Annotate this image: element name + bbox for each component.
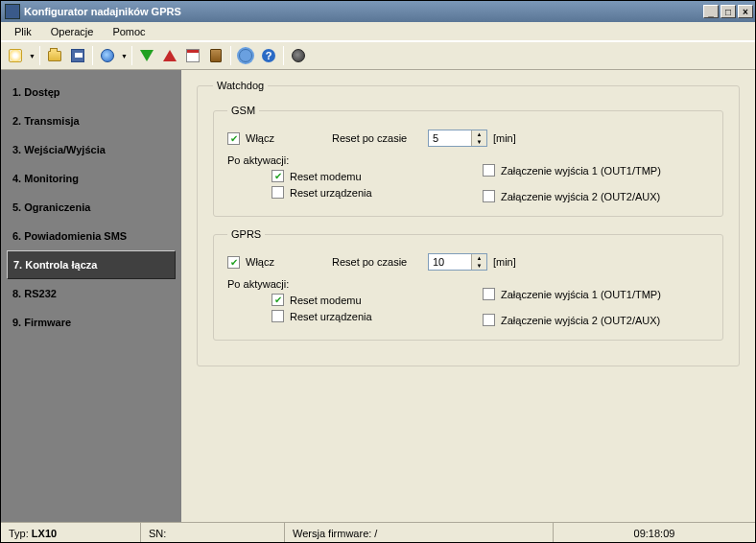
sidebar-item-monitoring[interactable]: 4. Monitoring <box>1 164 181 193</box>
gsm-enable-checkbox[interactable] <box>227 132 240 145</box>
gsm-unit: [min] <box>493 132 516 144</box>
status-type-label: Typ: <box>9 528 29 539</box>
settings-button[interactable] <box>235 45 256 66</box>
separator <box>230 46 231 65</box>
gsm-out2-label: Załączenie wyjścia 2 (OUT2/AUX) <box>501 191 660 202</box>
gsm-out1-label: Załączenie wyjścia 1 (OUT1/TMP) <box>501 165 661 177</box>
menu-operations[interactable]: Operacje <box>41 24 104 39</box>
watchdog-group: Watchdog GSM Włącz Reset po czasie ▲▼ [m… <box>197 80 740 366</box>
gsm-reset-modem-checkbox[interactable] <box>272 170 284 182</box>
statusbar: Typ: LX10 SN: Wersja firmware: / 09:18:0… <box>1 522 755 543</box>
sidebar: 1. Dostęp 2. Transmisja 3. Wejścia/Wyjśc… <box>1 70 181 522</box>
gprs-reset-time-input[interactable] <box>429 254 471 270</box>
status-sn: SN: <box>141 523 285 543</box>
gsm-reset-device-label: Reset urządzenia <box>290 187 372 199</box>
gprs-reset-device-checkbox[interactable] <box>272 310 284 322</box>
gprs-unit: [min] <box>493 256 516 268</box>
gsm-group: GSM Włącz Reset po czasie ▲▼ [min] Po ak… <box>213 105 723 217</box>
sidebar-item-access[interactable]: 1. Dostęp <box>1 78 181 106</box>
upload-button[interactable] <box>159 45 180 66</box>
arrow-up-icon <box>163 50 177 61</box>
globe-button[interactable] <box>97 45 118 66</box>
spinner-down-icon[interactable]: ▼ <box>471 262 486 270</box>
save-icon <box>71 49 84 62</box>
status-type-value: LX10 <box>32 528 57 539</box>
save-button[interactable] <box>67 45 88 66</box>
sidebar-item-io[interactable]: 3. Wejścia/Wyjścia <box>1 135 181 164</box>
separator <box>39 46 40 65</box>
gsm-reset-device-checkbox[interactable] <box>272 186 284 199</box>
spinner-down-icon[interactable]: ▼ <box>471 138 486 146</box>
help-button[interactable]: ? <box>258 45 279 66</box>
minimize-button[interactable]: _ <box>703 5 719 18</box>
gprs-legend: GPRS <box>227 228 265 240</box>
gsm-reset-modem-label: Reset modemu <box>290 171 362 182</box>
sidebar-item-link-control[interactable]: 7. Kontrola łącza <box>7 250 176 279</box>
separator <box>131 46 132 65</box>
gprs-reset-device-label: Reset urządzenia <box>290 311 372 322</box>
gprs-reset-after-label: Reset po czasie <box>332 256 428 268</box>
record-icon <box>292 49 305 62</box>
gsm-out1-checkbox[interactable] <box>483 164 495 177</box>
globe-icon <box>101 49 114 62</box>
app-icon <box>5 4 20 19</box>
spinner-up-icon[interactable]: ▲ <box>471 130 486 138</box>
gsm-legend: GSM <box>227 105 259 116</box>
status-sn-label: SN: <box>149 528 166 539</box>
arrow-down-icon <box>140 50 154 61</box>
separator <box>92 46 93 65</box>
gprs-enable-label: Włącz <box>246 256 274 268</box>
main-panel: Watchdog GSM Włącz Reset po czasie ▲▼ [m… <box>181 70 755 522</box>
toolbar: ▼ ▼ ? <box>1 41 755 70</box>
calendar-icon <box>186 49 200 62</box>
new-dropdown-icon[interactable]: ▼ <box>29 53 35 59</box>
new-icon <box>9 49 22 62</box>
globe-dropdown-icon[interactable]: ▼ <box>121 53 128 59</box>
status-type: Typ: LX10 <box>1 523 141 543</box>
gprs-reset-time-spinner[interactable]: ▲▼ <box>428 253 487 271</box>
gsm-enable-label: Włącz <box>246 132 274 144</box>
gsm-reset-after-label: Reset po czasie <box>332 132 428 144</box>
open-icon <box>48 51 61 61</box>
watchdog-legend: Watchdog <box>213 80 268 91</box>
window-title: Konfigurator nadajników GPRS <box>24 6 701 17</box>
separator <box>283 46 284 65</box>
sidebar-item-limits[interactable]: 5. Ograniczenia <box>1 193 181 222</box>
menubar: Plik Operacje Pomoc <box>1 22 755 41</box>
gprs-reset-modem-checkbox[interactable] <box>272 294 284 306</box>
gprs-out1-checkbox[interactable] <box>483 288 495 300</box>
download-button[interactable] <box>136 45 157 66</box>
gprs-enable-checkbox[interactable] <box>227 256 240 269</box>
status-fw-label: Wersja firmware: / <box>293 528 377 539</box>
help-icon: ? <box>262 49 275 62</box>
gear-icon <box>239 49 252 62</box>
sidebar-item-transmission[interactable]: 2. Transmisja <box>1 106 181 135</box>
status-firmware: Wersja firmware: / <box>285 523 554 543</box>
menu-help[interactable]: Pomoc <box>103 24 154 39</box>
menu-file[interactable]: Plik <box>5 24 41 39</box>
gsm-out2-checkbox[interactable] <box>483 190 495 202</box>
gprs-reset-modem-label: Reset modemu <box>290 295 362 306</box>
log-button[interactable] <box>205 45 226 66</box>
gprs-group: GPRS Włącz Reset po czasie ▲▼ [min] Po a… <box>213 228 723 341</box>
titlebar: Konfigurator nadajników GPRS _ □ × <box>1 1 755 22</box>
gprs-out2-checkbox[interactable] <box>483 314 495 326</box>
spinner-up-icon[interactable]: ▲ <box>471 254 486 262</box>
close-button[interactable]: × <box>738 5 753 18</box>
gprs-out2-label: Załączenie wyjścia 2 (OUT2/AUX) <box>501 315 660 326</box>
gprs-out1-label: Załączenie wyjścia 1 (OUT1/TMP) <box>501 289 661 300</box>
status-time: 09:18:09 <box>554 523 755 543</box>
sidebar-item-sms[interactable]: 6. Powiadomienia SMS <box>1 222 181 250</box>
open-button[interactable] <box>44 45 65 66</box>
calendar-button[interactable] <box>182 45 203 66</box>
maximize-button[interactable]: □ <box>721 5 736 18</box>
gsm-reset-time-spinner[interactable]: ▲▼ <box>428 130 487 147</box>
sidebar-item-firmware[interactable]: 9. Firmware <box>1 308 181 337</box>
new-button[interactable] <box>5 45 26 66</box>
sidebar-item-rs232[interactable]: 8. RS232 <box>1 279 181 308</box>
gsm-reset-time-input[interactable] <box>429 130 471 146</box>
record-button[interactable] <box>288 45 309 66</box>
book-icon <box>210 49 222 62</box>
